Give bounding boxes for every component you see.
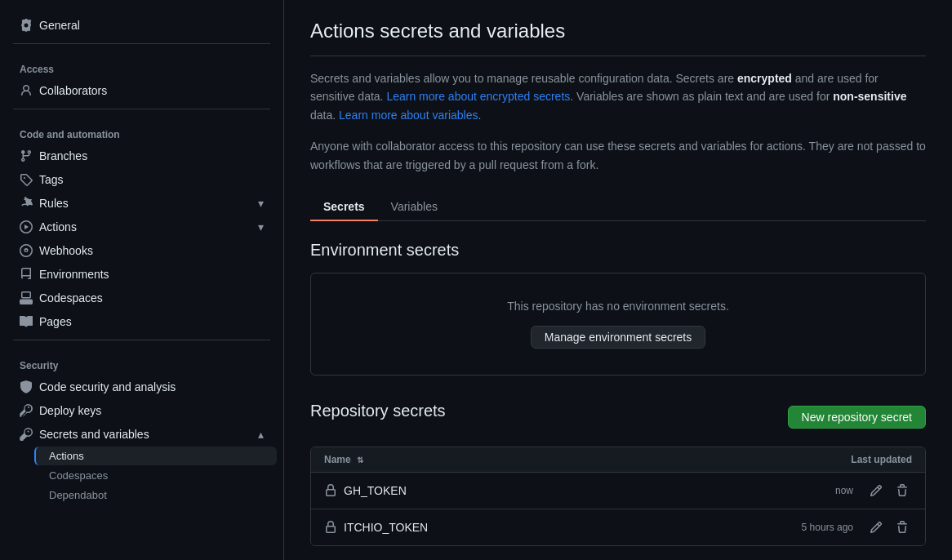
- environments-label: Environments: [39, 268, 109, 281]
- sidebar-item-pages[interactable]: Pages: [7, 310, 277, 333]
- collaborators-label: Collaborators: [39, 84, 107, 97]
- shield-icon: [20, 380, 33, 393]
- secret-icon: [20, 428, 33, 441]
- sidebar-item-code-security[interactable]: Code security and analysis: [7, 376, 277, 398]
- repo-secrets-header: Repository secrets New repository secret: [310, 402, 926, 433]
- key-icon: [20, 404, 33, 417]
- sidebar-item-deploy-keys[interactable]: Deploy keys: [7, 399, 277, 422]
- sidebar-item-environments[interactable]: Environments: [7, 263, 277, 286]
- env-icon: [20, 268, 33, 281]
- secrets-sub-menu: Actions Codespaces Dependabot: [0, 447, 283, 504]
- branch-icon: [20, 149, 33, 162]
- tab-secrets[interactable]: Secrets: [310, 193, 378, 221]
- page-title: Actions secrets and variables: [310, 20, 926, 56]
- tag-icon: [20, 173, 33, 186]
- actions-sub-label: Actions: [49, 450, 84, 462]
- main-content: Actions secrets and variables Secrets an…: [284, 0, 952, 560]
- secrets-table-header: Name ⇅ Last updated: [311, 447, 925, 473]
- sidebar-item-webhooks[interactable]: Webhooks: [7, 239, 277, 262]
- table-row: GH_TOKEN now: [311, 473, 925, 509]
- code-security-label: Code security and analysis: [39, 380, 176, 393]
- gear-icon: [20, 19, 33, 32]
- repo-secrets-title: Repository secrets: [310, 402, 446, 420]
- lock-icon-2: [324, 521, 337, 534]
- codespaces-sub-label: Codespaces: [49, 469, 108, 482]
- section-label-code-automation: Code and automation: [0, 116, 283, 144]
- webhook-icon: [20, 244, 33, 257]
- person-icon: [20, 84, 33, 97]
- actions-icon: [20, 220, 33, 233]
- sidebar-item-general-label: General: [39, 19, 80, 32]
- sidebar-item-rules[interactable]: Rules ▾: [7, 192, 277, 215]
- sidebar: General Access Collaborators Code and au…: [0, 0, 284, 560]
- sidebar-divider-3: [13, 340, 270, 340]
- section-label-access: Access: [0, 51, 283, 78]
- pages-label: Pages: [39, 315, 72, 328]
- edit-itchio-token-button[interactable]: [866, 518, 886, 537]
- secret-name-gh-token: GH_TOKEN: [324, 484, 731, 497]
- description-text: Secrets and variables allow you to manag…: [310, 69, 926, 124]
- sidebar-divider-1: [13, 43, 270, 44]
- dependabot-sub-label: Dependabot: [49, 489, 107, 501]
- encrypted-secrets-link[interactable]: Learn more about encrypted secrets: [386, 90, 570, 103]
- rule-icon: [20, 197, 33, 210]
- sidebar-item-codespaces-sub[interactable]: Codespaces: [36, 466, 277, 485]
- secrets-variables-label: Secrets and variables: [39, 428, 149, 441]
- rules-chevron-icon: ▾: [258, 197, 264, 210]
- sidebar-item-collaborators[interactable]: Collaborators: [7, 79, 277, 102]
- table-row: ITCHIO_TOKEN 5 hours ago: [311, 509, 925, 545]
- secrets-table: Name ⇅ Last updated GH_TOKEN now: [310, 447, 926, 546]
- notice-text: Anyone with collaborator access to this …: [310, 137, 926, 174]
- sort-icon: ⇅: [357, 456, 363, 464]
- sidebar-item-branches[interactable]: Branches: [7, 144, 277, 167]
- variables-link[interactable]: Learn more about variables: [339, 109, 478, 122]
- rules-label: Rules: [39, 197, 69, 210]
- sidebar-item-general[interactable]: General: [7, 14, 277, 37]
- actions-label: Actions: [39, 220, 77, 233]
- sidebar-item-dependabot-sub[interactable]: Dependabot: [36, 486, 277, 504]
- secret-updated-itchio-token: 5 hours ago: [731, 522, 853, 533]
- edit-gh-token-button[interactable]: [866, 481, 886, 500]
- codespaces-label: Codespaces: [39, 291, 103, 304]
- col-updated-header: Last updated: [790, 454, 912, 465]
- env-secrets-title: Environment secrets: [310, 241, 926, 260]
- new-repo-secret-button[interactable]: New repository secret: [788, 406, 926, 429]
- pages-icon: [20, 315, 33, 328]
- sidebar-divider-2: [13, 109, 270, 109]
- sidebar-item-actions-sub[interactable]: Actions: [34, 447, 277, 465]
- secret-name-text: GH_TOKEN: [344, 484, 407, 497]
- secret-updated-gh-token: now: [731, 485, 853, 496]
- tags-label: Tags: [39, 173, 64, 186]
- sidebar-item-actions[interactable]: Actions ▾: [7, 216, 277, 238]
- sidebar-item-secrets-variables[interactable]: Secrets and variables ▴: [7, 423, 277, 446]
- section-label-security: Security: [0, 347, 283, 375]
- secrets-chevron-icon: ▴: [258, 428, 264, 441]
- manage-env-secrets-button[interactable]: Manage environment secrets: [531, 326, 706, 349]
- env-secrets-empty-message: This repository has no environment secre…: [337, 300, 899, 313]
- sidebar-item-tags[interactable]: Tags: [7, 168, 277, 191]
- secret-actions-gh-token: [866, 481, 912, 500]
- env-secrets-box: This repository has no environment secre…: [310, 273, 926, 376]
- secret-name-itchio-token: ITCHIO_TOKEN: [324, 521, 731, 534]
- tabs: Secrets Variables: [310, 193, 926, 221]
- codespaces-icon: [20, 291, 33, 304]
- actions-chevron-icon: ▾: [258, 220, 264, 233]
- secret-name-text-2: ITCHIO_TOKEN: [344, 521, 428, 534]
- delete-gh-token-button[interactable]: [892, 481, 912, 500]
- col-name-header: Name ⇅: [324, 454, 790, 465]
- deploy-keys-label: Deploy keys: [39, 404, 101, 417]
- delete-itchio-token-button[interactable]: [892, 518, 912, 537]
- tab-variables[interactable]: Variables: [378, 193, 451, 221]
- branches-label: Branches: [39, 149, 87, 162]
- webhooks-label: Webhooks: [39, 244, 93, 257]
- lock-icon: [324, 484, 337, 497]
- secret-actions-itchio-token: [866, 518, 912, 537]
- sidebar-item-codespaces[interactable]: Codespaces: [7, 287, 277, 309]
